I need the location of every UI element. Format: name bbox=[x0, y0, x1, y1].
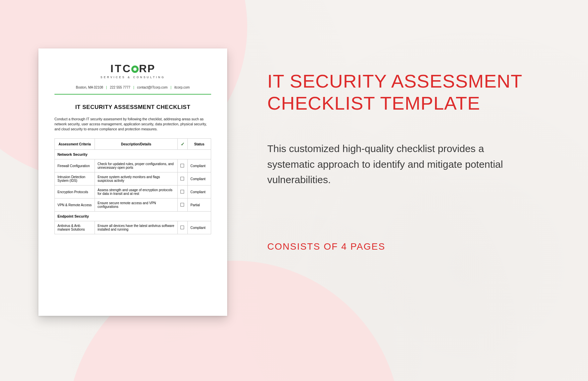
separator-icon: | bbox=[170, 86, 171, 89]
table-row: Firewall ConfigurationCheck for updated … bbox=[55, 159, 211, 172]
checkmark-icon: ✓ bbox=[181, 141, 185, 147]
logo-subtitle: SERVICES & CONSULTING bbox=[54, 76, 211, 79]
logo-c: C bbox=[123, 62, 131, 75]
header-criteria: Assessment Criteria bbox=[55, 139, 95, 150]
cell-checkbox bbox=[178, 159, 188, 172]
table-row: VPN & Remote AccessEnsure secure remote … bbox=[55, 199, 211, 212]
checkbox-icon bbox=[180, 190, 184, 194]
section-name: Network Security bbox=[55, 150, 211, 159]
checkbox-icon bbox=[180, 203, 184, 207]
contact-city: Boston, MA 02108 bbox=[76, 86, 103, 89]
cell-description: Assess strength and usage of encryption … bbox=[95, 185, 178, 199]
table-section-row: Endpoint Security bbox=[55, 212, 211, 221]
cell-checkbox bbox=[178, 185, 188, 199]
checkbox-icon bbox=[180, 164, 184, 167]
cell-description: Ensure all devices have the latest antiv… bbox=[95, 221, 178, 234]
cell-description: Ensure secure remote access and VPN conf… bbox=[95, 199, 178, 212]
cell-checkbox bbox=[178, 172, 188, 185]
cell-criteria: Firewall Configuration bbox=[55, 159, 95, 172]
cell-status: Compliant bbox=[188, 159, 211, 172]
logo-main: IT C RP bbox=[111, 62, 155, 75]
cell-criteria: Encryption Protocols bbox=[55, 185, 95, 199]
checklist-table: Assessment Criteria Description/Details … bbox=[54, 138, 211, 234]
contact-site: itcorp.com bbox=[174, 86, 190, 89]
cell-status: Partial bbox=[188, 199, 211, 212]
checkbox-icon bbox=[180, 177, 184, 180]
contact-phone: 222 555 7777 bbox=[110, 86, 130, 89]
cell-criteria: Intrusion Detection System (IDS) bbox=[55, 172, 95, 185]
promo-headline: IT SECURITY ASSESSMENT CHECKLIST TEMPLAT… bbox=[267, 70, 545, 114]
table-header-row: Assessment Criteria Description/Details … bbox=[55, 139, 211, 150]
header-status: Status bbox=[188, 139, 211, 150]
logo-it: IT bbox=[111, 62, 123, 75]
checkbox-icon bbox=[180, 226, 184, 229]
logo-o-icon bbox=[131, 66, 139, 73]
table-row: Intrusion Detection System (IDS)Ensure s… bbox=[55, 172, 211, 185]
divider bbox=[54, 94, 211, 95]
contact-line: Boston, MA 02108 | 222 555 7777 | contac… bbox=[54, 86, 211, 89]
table-row: Encryption ProtocolsAssess strength and … bbox=[55, 185, 211, 199]
cell-description: Ensure system actively monitors and flag… bbox=[95, 172, 178, 185]
section-name: Endpoint Security bbox=[55, 212, 211, 221]
cell-criteria: Antivirus & Anti-malware Solutions bbox=[55, 221, 95, 234]
promo-blurb: This customized high-quality checklist p… bbox=[267, 141, 521, 188]
promo-pages: CONSISTS OF 4 PAGES bbox=[267, 241, 545, 252]
promo-panel: IT SECURITY ASSESSMENT CHECKLIST TEMPLAT… bbox=[267, 70, 545, 252]
cell-description: Check for updated rules, proper configur… bbox=[95, 159, 178, 172]
separator-icon: | bbox=[106, 86, 107, 89]
header-description: Description/Details bbox=[95, 139, 178, 150]
separator-icon: | bbox=[133, 86, 134, 89]
table-row: Antivirus & Anti-malware SolutionsEnsure… bbox=[55, 221, 211, 234]
logo-rp: RP bbox=[139, 62, 155, 75]
table-section-row: Network Security bbox=[55, 150, 211, 159]
logo: IT C RP SERVICES & CONSULTING bbox=[54, 62, 211, 79]
contact-email: contact@ITcorp.com bbox=[137, 86, 167, 89]
cell-status: Compliant bbox=[188, 221, 211, 234]
cell-checkbox bbox=[178, 199, 188, 212]
cell-status: Compliant bbox=[188, 172, 211, 185]
document-title: IT SECURITY ASSESSMENT CHECKLIST bbox=[54, 104, 211, 111]
document-preview: IT C RP SERVICES & CONSULTING Boston, MA… bbox=[38, 48, 227, 316]
header-check: ✓ bbox=[178, 139, 188, 150]
document-intro: Conduct a thorough IT security assessmen… bbox=[54, 117, 211, 132]
cell-status: Compliant bbox=[188, 185, 211, 199]
cell-checkbox bbox=[178, 221, 188, 234]
cell-criteria: VPN & Remote Access bbox=[55, 199, 95, 212]
